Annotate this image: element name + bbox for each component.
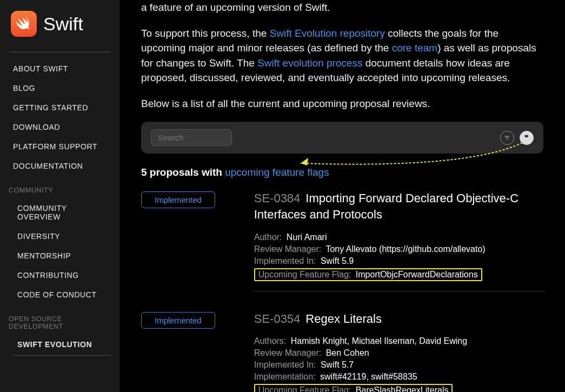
label: Author: [254, 232, 282, 242]
proposal-se-number: SE-0384 [254, 191, 301, 205]
proposal-title[interactable]: SE-0354Regex Literals [254, 311, 543, 327]
label: Review Manager: [254, 244, 322, 254]
label: Review Manager: [254, 348, 322, 357]
logo-text: Swift [43, 14, 83, 35]
link-swift-evolution-process[interactable]: Swift evolution process [257, 57, 362, 69]
nav-download[interactable]: DOWNLOAD [9, 117, 110, 137]
meta-implemented-in: Implemented In: Swift 5.7 [254, 360, 543, 370]
nav-platform-support[interactable]: PLATFORM SUPPORT [9, 137, 110, 156]
label: Authors: [254, 336, 287, 346]
meta-implemented-in: Implemented In: Swift 5.9 [254, 256, 543, 266]
meta-feature-flag: Upcoming Feature Flag: ImportObjcForward… [258, 270, 478, 279]
label: Implemented In: [254, 256, 316, 265]
filter-link-upcoming-flags[interactable]: upcoming feature flags [225, 167, 329, 178]
intro-p3: Below is a list of all the current and u… [141, 96, 543, 111]
nav-getting-started[interactable]: GETTING STARTED [9, 98, 110, 117]
label: Upcoming Feature Flag: [258, 386, 351, 392]
main-content: a feature of an upcoming version of Swif… [119, 0, 565, 392]
nav-contributing[interactable]: CONTRIBUTING [13, 265, 110, 285]
link-swift-evolution-repo[interactable]: Swift Evolution repository [270, 28, 385, 39]
nav-community-overview[interactable]: COMMUNITY OVERVIEW [13, 198, 110, 227]
intro-text: a feature of an upcoming version of Swif… [141, 0, 543, 111]
value[interactable]: Hamish Knight, Michael Ilseman, David Ew… [291, 336, 467, 346]
proposal-title[interactable]: SE-0384Importing Forward Declared Object… [254, 190, 543, 222]
meta-feature-flag: Upcoming Feature Flag: BareSlashRegexLit… [258, 386, 449, 392]
sidebar: Swift ABOUT SWIFT BLOG GETTING STARTED D… [0, 0, 119, 392]
nav-about-swift[interactable]: ABOUT SWIFT [9, 59, 110, 78]
divider [9, 52, 110, 52]
nav-section-opensource: OPEN SOURCE DEVELOPMENT [9, 304, 110, 335]
value[interactable]: Tony Allevato (https://github.com/alleva… [325, 244, 485, 254]
nav-documentation[interactable]: DOCUMENTATION [9, 156, 110, 176]
annotation-highlight: Upcoming Feature Flag: BareSlashRegexLit… [254, 384, 453, 392]
label: Upcoming Feature Flag: [258, 270, 351, 279]
nav-code-of-conduct[interactable]: CODE OF CONDUCT [13, 285, 110, 304]
nav-swift-evolution[interactable]: SWIFT EVOLUTION [13, 335, 110, 356]
value: Swift 5.9 [321, 256, 354, 265]
nav-section-community: COMMUNITY [9, 176, 110, 198]
value[interactable]: ImportObjcForwardDeclarations [356, 270, 478, 279]
flag-icon[interactable] [520, 131, 534, 145]
meta-author: Author: Nuri Amari [254, 232, 543, 242]
proposal-se-number: SE-0354 [254, 312, 301, 325]
text: To support this process, the [141, 28, 270, 39]
annotation-highlight: Upcoming Feature Flag: ImportObjcForward… [254, 268, 482, 281]
intro-partial: a feature of an upcoming version of Swif… [141, 0, 543, 15]
status-badge[interactable]: Implemented [141, 312, 215, 329]
value: Swift 5.7 [321, 360, 354, 369]
value[interactable]: swift#42119, swift#58835 [320, 372, 417, 381]
intro-p2: To support this process, the Swift Evolu… [141, 26, 543, 85]
search-toolbar [141, 122, 543, 154]
meta-author: Authors: Hamish Knight, Michael Ilseman,… [254, 336, 543, 346]
proposal-item: Implemented SE-0384Importing Forward Dec… [141, 190, 543, 291]
nav-mentorship[interactable]: MENTORSHIP [13, 246, 110, 265]
value[interactable]: Nuri Amari [287, 232, 327, 242]
nav-diversity[interactable]: DIVERSITY [13, 227, 110, 246]
filter-summary: 5 proposals with upcoming feature flags [141, 167, 543, 178]
status-badge[interactable]: Implemented [141, 191, 215, 208]
label: Implementation: [254, 372, 316, 381]
value[interactable]: BareSlashRegexLiterals [356, 386, 449, 392]
proposal-title-text: Regex Literals [305, 312, 382, 325]
logo-row[interactable]: Swift [9, 11, 110, 37]
value[interactable]: Ben Cohen [326, 348, 369, 357]
meta-review-manager: Review Manager: Tony Allevato (https://g… [254, 244, 543, 254]
meta-review-manager: Review Manager: Ben Cohen [254, 348, 543, 358]
label: Implemented In: [254, 360, 316, 369]
swift-logo-icon [11, 11, 37, 37]
filter-count: 5 proposals with [141, 167, 225, 178]
link-core-team[interactable]: core team [392, 42, 437, 54]
filter-icon[interactable] [500, 131, 514, 145]
proposal-item: Implemented SE-0354Regex Literals Author… [141, 311, 543, 392]
search-input[interactable] [151, 129, 232, 146]
nav-blog[interactable]: BLOG [9, 78, 110, 98]
meta-implementation: Implementation: swift#42119, swift#58835 [254, 372, 543, 382]
